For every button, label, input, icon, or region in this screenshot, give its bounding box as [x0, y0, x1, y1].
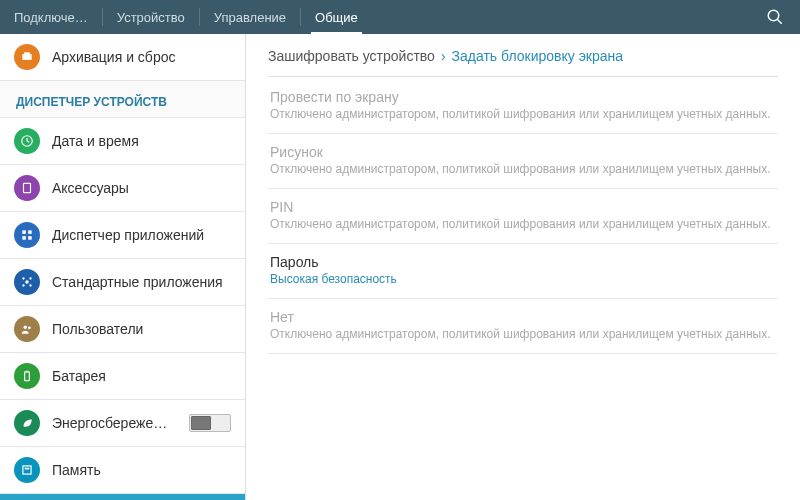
- option-subtitle: Отключено администратором, политикой шиф…: [270, 162, 776, 176]
- tab-controls[interactable]: Управление: [200, 0, 300, 34]
- sidebar-item-date-time[interactable]: Дата и время: [0, 118, 245, 165]
- svg-rect-18: [25, 468, 30, 470]
- sidebar-item-label: Пользователи: [52, 321, 143, 337]
- sidebar-item-security[interactable]: Безопасность: [0, 494, 245, 500]
- svg-rect-3: [24, 183, 31, 192]
- sidebar-item-users[interactable]: Пользователи: [0, 306, 245, 353]
- svg-point-10: [29, 277, 31, 279]
- sidebar-item-backup[interactable]: Архивация и сброс: [0, 34, 245, 81]
- storage-icon: [14, 457, 40, 483]
- sidebar-item-label: Память: [52, 462, 101, 478]
- breadcrumb-root[interactable]: Зашифровать устройство: [268, 48, 435, 64]
- svg-rect-16: [26, 371, 28, 372]
- lock-option-swipe: Провести по экрану Отключено администрат…: [268, 79, 778, 134]
- sidebar: Архивация и сброс ДИСПЕТЧЕР УСТРОЙСТВ Да…: [0, 34, 246, 500]
- option-title: Рисунок: [270, 144, 776, 160]
- sidebar-item-storage[interactable]: Память: [0, 447, 245, 494]
- battery-icon: [14, 363, 40, 389]
- lock-option-password[interactable]: Пароль Высокая безопасность: [268, 244, 778, 299]
- svg-line-1: [777, 19, 782, 24]
- default-apps-icon: [14, 269, 40, 295]
- sidebar-section-header: ДИСПЕТЧЕР УСТРОЙСТВ: [0, 81, 245, 118]
- sidebar-item-label: Стандартные приложения: [52, 274, 223, 290]
- svg-rect-15: [25, 372, 30, 381]
- top-tab-bar: Подключе… Устройство Управление Общие: [0, 0, 800, 34]
- option-title: PIN: [270, 199, 776, 215]
- power-saving-toggle[interactable]: [189, 414, 231, 432]
- svg-rect-4: [22, 230, 26, 234]
- svg-rect-7: [28, 236, 32, 240]
- svg-point-9: [22, 277, 24, 279]
- svg-rect-6: [22, 236, 26, 240]
- backup-icon: [14, 44, 40, 70]
- lock-option-none: Нет Отключено администратором, политикой…: [268, 299, 778, 354]
- lock-option-pin: PIN Отключено администратором, политикой…: [268, 189, 778, 244]
- option-title: Пароль: [270, 254, 776, 270]
- sidebar-item-label: Аксессуары: [52, 180, 129, 196]
- option-subtitle: Отключено администратором, политикой шиф…: [270, 107, 776, 121]
- sidebar-item-label: Энергосбереже…: [52, 415, 167, 431]
- svg-point-8: [25, 280, 29, 284]
- leaf-icon: [14, 410, 40, 436]
- sidebar-item-accessories[interactable]: Аксессуары: [0, 165, 245, 212]
- option-subtitle: Отключено администратором, политикой шиф…: [270, 327, 776, 341]
- sidebar-item-label: Батарея: [52, 368, 106, 384]
- chevron-right-icon: ›: [441, 48, 446, 64]
- svg-point-11: [22, 284, 24, 286]
- sidebar-item-battery[interactable]: Батарея: [0, 353, 245, 400]
- svg-point-12: [29, 284, 31, 286]
- accessories-icon: [14, 175, 40, 201]
- tab-general[interactable]: Общие: [301, 0, 372, 34]
- apps-icon: [14, 222, 40, 248]
- svg-rect-5: [28, 230, 32, 234]
- sidebar-item-label: Диспетчер приложений: [52, 227, 204, 243]
- sidebar-item-label: Архивация и сброс: [52, 49, 175, 65]
- svg-rect-17: [23, 466, 31, 474]
- option-subtitle: Отключено администратором, политикой шиф…: [270, 217, 776, 231]
- breadcrumb-current: Задать блокировку экрана: [452, 48, 623, 64]
- svg-point-0: [768, 10, 779, 21]
- sidebar-item-label: Дата и время: [52, 133, 139, 149]
- tab-connections[interactable]: Подключе…: [0, 0, 102, 34]
- sidebar-item-app-manager[interactable]: Диспетчер приложений: [0, 212, 245, 259]
- option-subtitle: Высокая безопасность: [270, 272, 776, 286]
- option-title: Провести по экрану: [270, 89, 776, 105]
- svg-point-14: [28, 326, 31, 329]
- clock-icon: [14, 128, 40, 154]
- sidebar-item-default-apps[interactable]: Стандартные приложения: [0, 259, 245, 306]
- search-icon: [766, 8, 784, 26]
- users-icon: [14, 316, 40, 342]
- option-title: Нет: [270, 309, 776, 325]
- svg-point-13: [24, 326, 28, 330]
- lock-option-pattern: Рисунок Отключено администратором, полит…: [268, 134, 778, 189]
- search-button[interactable]: [758, 0, 792, 34]
- sidebar-item-power-saving[interactable]: Энергосбереже…: [0, 400, 245, 447]
- tab-device[interactable]: Устройство: [103, 0, 199, 34]
- content-pane: Зашифровать устройство › Задать блокиров…: [246, 34, 800, 500]
- breadcrumb: Зашифровать устройство › Задать блокиров…: [268, 48, 778, 77]
